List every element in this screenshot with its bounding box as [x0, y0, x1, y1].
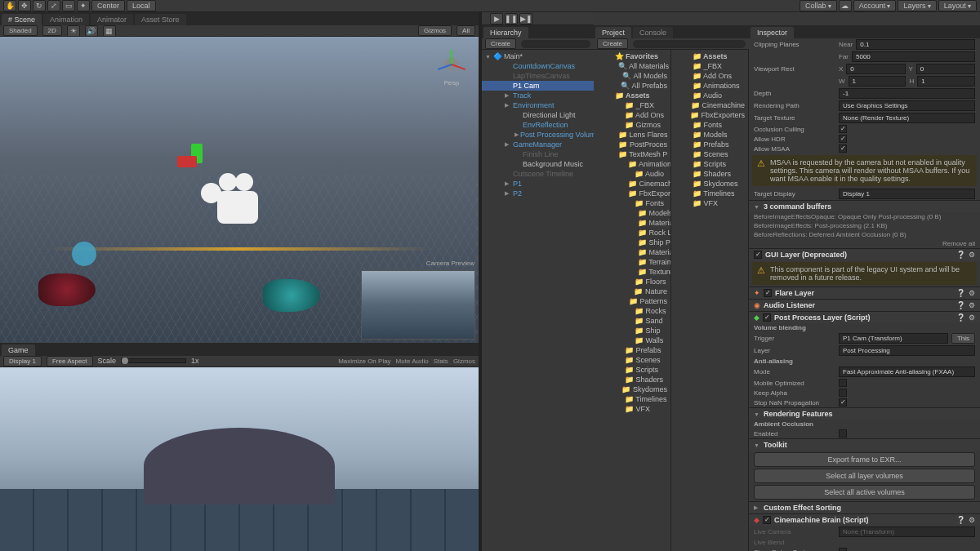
tab-animator[interactable]: Animator — [91, 14, 133, 25]
hierarchy-item[interactable]: EnvReflection — [482, 120, 594, 130]
rendering-features-foldout[interactable]: ▼Rendering Features — [749, 407, 980, 420]
hierarchy-panel[interactable]: ▼🔷 Main* CountdownCanvasLapTimesCanvasP1… — [482, 50, 594, 551]
account-dropdown[interactable]: Account ▾ — [853, 0, 897, 11]
scale-slider[interactable] — [121, 358, 186, 363]
project-item[interactable]: 📁 Material- — [594, 247, 670, 257]
project-item[interactable]: 📁 Rocks — [594, 306, 670, 316]
gizmos-dropdown[interactable]: Gizmos — [418, 25, 452, 36]
project-item[interactable]: 📁 _FBX — [671, 61, 748, 71]
project-item[interactable]: 📁 Nature — [594, 287, 670, 296]
hierarchy-item[interactable]: Cutscene Timeline — [482, 169, 594, 179]
project-item[interactable]: 📁 Add Ons — [671, 71, 748, 81]
project-item[interactable]: 📁 Terrains — [594, 257, 670, 267]
project-item[interactable]: 📁 Scripts — [594, 365, 670, 375]
project-assets[interactable]: 📁 Assets📁 _FBX📁 Add Ons📁 Animations📁 Aud… — [671, 50, 749, 551]
tab-game[interactable]: Game — [2, 344, 35, 356]
lighting-toggle-icon[interactable]: ☀ — [67, 25, 80, 37]
tab-inspector[interactable]: Inspector — [751, 27, 794, 38]
search-all[interactable]: All — [457, 25, 475, 36]
keep-alpha-checkbox[interactable] — [839, 389, 847, 397]
project-item[interactable]: 📁 Assets — [671, 51, 748, 61]
project-create[interactable]: Create — [597, 38, 628, 49]
project-item[interactable]: ⭐ Favorites — [594, 51, 670, 61]
gear-icon[interactable]: ⚙ — [969, 289, 975, 297]
project-item[interactable]: 📁 Ship — [594, 326, 670, 335]
cmd-buffers-foldout[interactable]: ▼3 command buffers — [749, 200, 980, 212]
hierarchy-item[interactable]: ▶P1 — [482, 179, 594, 189]
layer-dropdown[interactable]: Post Processing — [839, 345, 975, 356]
project-item[interactable]: 📁 Floors — [594, 277, 670, 287]
pause-button-icon[interactable]: ❚❚ — [505, 13, 518, 24]
hierarchy-item[interactable]: LapTimesCanvas — [482, 71, 594, 81]
game-viewport[interactable] — [0, 367, 479, 552]
far-field[interactable]: 5000 — [852, 51, 975, 62]
mode-2d-toggle[interactable]: 2D — [42, 25, 62, 36]
cinemachine-brain-component[interactable]: ◆Cinemachine Brain (Script)❔⚙ — [749, 513, 980, 526]
mute-toggle[interactable]: Mute Audio — [396, 358, 429, 365]
audio-toggle-icon[interactable]: 🔊 — [85, 25, 98, 37]
gear-icon[interactable]: ⚙ — [969, 251, 975, 259]
show-debug-checkbox[interactable] — [839, 548, 847, 551]
hierarchy-item[interactable]: ▶Post Processing Volumes — [482, 130, 594, 140]
project-item[interactable]: 📁 Gizmos — [594, 120, 670, 130]
project-item[interactable]: 📁 PostProces — [594, 140, 670, 149]
camera-gizmo-icon[interactable] — [201, 175, 274, 232]
project-item[interactable]: 📁 Cinemachine — [671, 100, 748, 110]
project-folders[interactable]: ⭐ Favorites🔍 All Materials🔍 All Models🔍 … — [594, 50, 671, 551]
help-icon[interactable]: ❔ — [956, 289, 965, 297]
project-item[interactable]: 📁 Shaders — [671, 169, 748, 179]
project-item[interactable]: 📁 Prefabs — [671, 140, 748, 149]
gui-layer-component[interactable]: GUI Layer (Deprecated)❔⚙ — [749, 248, 980, 260]
step-button-icon[interactable]: ▶❚ — [519, 13, 532, 24]
tab-project[interactable]: Project — [595, 27, 631, 38]
project-item[interactable]: 📁 VFX — [671, 198, 748, 208]
layout-dropdown[interactable]: Layout ▾ — [938, 0, 977, 11]
depth-field[interactable]: -1 — [839, 88, 975, 99]
layers-dropdown[interactable]: Layers ▾ — [898, 0, 936, 11]
project-item[interactable]: 📁 TextMesh P — [594, 149, 670, 159]
help-icon[interactable]: ❔ — [956, 251, 965, 259]
gear-icon[interactable]: ⚙ — [969, 313, 975, 322]
hierarchy-item[interactable]: Background Music — [482, 159, 594, 169]
project-item[interactable]: 📁 Animations — [671, 81, 748, 91]
occlusion-checkbox[interactable] — [839, 125, 847, 133]
project-item[interactable]: 📁 Scenes — [671, 149, 748, 159]
project-item[interactable]: 📁 _FBX — [594, 100, 670, 110]
remove-all-link[interactable]: Remove all — [942, 240, 975, 247]
project-item[interactable]: 🔍 All Materials — [594, 61, 670, 71]
render-path-dropdown[interactable]: Use Graphics Settings — [839, 100, 975, 111]
tab-assetstore[interactable]: Asset Store — [135, 14, 186, 25]
project-item[interactable]: 📁 Prefabs — [594, 345, 670, 355]
project-item[interactable]: 📁 Scripts — [671, 159, 748, 169]
project-item[interactable]: 📁 Audio — [671, 91, 748, 100]
project-item[interactable]: 📁 Fonts — [671, 120, 748, 130]
flare-layer-component[interactable]: ✦Flare Layer❔⚙ — [749, 287, 980, 299]
near-field[interactable]: 0.1 — [856, 39, 975, 50]
project-item[interactable]: 📁 Skydomes — [671, 179, 748, 189]
select-layer-volumes-button[interactable]: Select all layer volumes — [754, 469, 975, 483]
project-item[interactable]: 📁 Fonts — [594, 198, 670, 208]
project-item[interactable]: 📁 FbxExporters — [671, 110, 748, 120]
project-item[interactable]: 📁 Add Ons — [594, 110, 670, 120]
post-process-layer-component[interactable]: ◆Post Process Layer (Script)❔⚙ — [749, 311, 980, 323]
tab-scene[interactable]: # Scene — [2, 14, 42, 25]
hierarchy-item[interactable]: ▶P2 — [482, 189, 594, 198]
project-item[interactable]: 📁 Lens Flares — [594, 130, 670, 140]
project-item[interactable]: 📁 VFX — [594, 404, 670, 414]
trigger-field[interactable]: P1 Cam (Transform) — [839, 333, 948, 344]
space-toggle[interactable]: Local — [127, 0, 156, 11]
select-active-volumes-button[interactable]: Select all active volumes — [754, 485, 975, 500]
project-item[interactable]: 📁 Audio — [594, 169, 670, 179]
vp-x[interactable]: 0 — [846, 64, 905, 74]
help-icon[interactable]: ❔ — [956, 301, 965, 309]
project-item[interactable]: 📁 Timelines — [594, 394, 670, 404]
ao-enabled-checkbox[interactable] — [839, 429, 847, 438]
project-item[interactable]: 📁 Skydomes — [594, 384, 670, 394]
project-search[interactable] — [633, 40, 746, 48]
stats-toggle[interactable]: Stats — [434, 358, 448, 365]
project-item[interactable]: 📁 FbxExporters — [594, 189, 670, 198]
hierarchy-item[interactable]: ▶Environment — [482, 100, 594, 110]
aspect-dropdown[interactable]: Free Aspect — [47, 356, 93, 367]
project-item[interactable]: 📁 Materials — [594, 218, 670, 228]
project-item[interactable]: 📁 Scenes — [594, 355, 670, 365]
